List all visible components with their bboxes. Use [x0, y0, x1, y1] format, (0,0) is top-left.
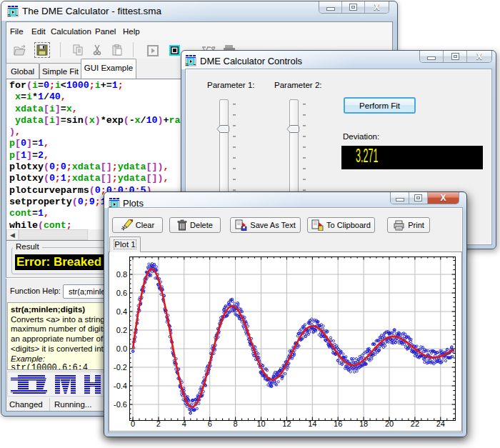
- svg-text:0.8: 0.8: [116, 270, 127, 279]
- svg-text:6: 6: [208, 419, 212, 428]
- svg-text:0: 0: [131, 419, 135, 428]
- svg-text:0.6: 0.6: [116, 289, 127, 297]
- svg-text:20: 20: [385, 419, 394, 428]
- svg-text:0.2: 0.2: [116, 326, 127, 334]
- svg-text:10: 10: [256, 419, 265, 428]
- svg-text:2: 2: [156, 419, 161, 428]
- svg-text:0.0: 0.0: [116, 344, 127, 353]
- svg-text:0.4: 0.4: [116, 307, 127, 316]
- svg-text:-0.2: -0.2: [114, 363, 127, 372]
- svg-text:24: 24: [436, 419, 445, 428]
- svg-text:-0.6: -0.6: [114, 400, 127, 409]
- svg-text:22: 22: [411, 419, 419, 428]
- svg-text:4: 4: [182, 419, 186, 428]
- svg-text:14: 14: [308, 419, 316, 428]
- svg-text:18: 18: [359, 419, 368, 428]
- svg-text:8: 8: [234, 419, 238, 428]
- svg-text:12: 12: [282, 419, 291, 428]
- svg-text:-0.4: -0.4: [114, 382, 127, 390]
- svg-text:16: 16: [334, 419, 342, 428]
